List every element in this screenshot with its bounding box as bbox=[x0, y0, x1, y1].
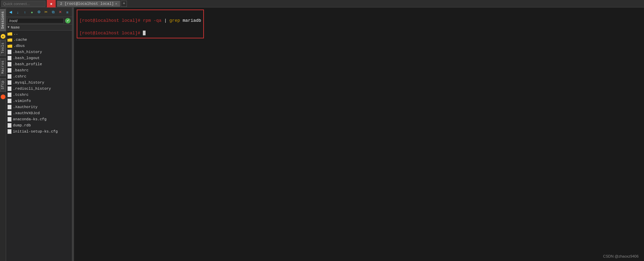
list-item[interactable]: .bash_profile bbox=[6, 61, 72, 67]
list-item[interactable]: .viminfo bbox=[6, 98, 72, 104]
file-name-label: .mysql_history bbox=[13, 81, 44, 85]
list-item[interactable]: .bash_history bbox=[6, 49, 72, 55]
prompt-2: [root@localhost local]# bbox=[79, 31, 140, 36]
folder-icon bbox=[7, 38, 12, 42]
list-item[interactable]: .bashrc bbox=[6, 67, 72, 73]
tab-terminal-label: 2 [root@localhost local] bbox=[60, 2, 114, 6]
file-name-label: .tcshrc bbox=[13, 93, 29, 97]
sftp-status-icon[interactable] bbox=[1, 94, 5, 99]
watermark: CSDN @zhaoxz9406 bbox=[603, 254, 639, 258]
list-item[interactable]: dump.rdb bbox=[6, 122, 72, 128]
cmd-pipe-sym: | bbox=[162, 18, 169, 23]
path-bar: /root/ ✓ bbox=[6, 17, 72, 24]
toolbar-copy-button[interactable]: ⧉ bbox=[50, 9, 56, 16]
folder-icon bbox=[7, 32, 12, 36]
terminal-area[interactable]: [root@localhost local]# rpm -qa | grep m… bbox=[74, 7, 644, 261]
name-column-header: Name bbox=[11, 25, 20, 30]
tab-bar: 2 [root@localhost local] ✕ + bbox=[56, 1, 644, 7]
file-name-label: .Xauthority bbox=[13, 105, 38, 109]
list-item[interactable]: .xauthVXDJcd bbox=[6, 110, 72, 116]
sidebar-tab-macros[interactable]: Macros bbox=[0, 58, 6, 76]
main-layout: Sessions ★ Tools Macros Sftp ◀ ↓ ↑ ● ⚙ ✂… bbox=[0, 7, 644, 261]
tab-add-button[interactable]: + bbox=[121, 1, 127, 7]
list-item[interactable]: .dbus bbox=[6, 43, 72, 49]
prompt-1: [root@localhost local]# bbox=[79, 18, 140, 23]
list-item[interactable]: .tcshrc bbox=[6, 92, 72, 98]
cursor-block bbox=[143, 31, 146, 35]
file-doc-icon bbox=[7, 129, 12, 134]
cmd-grep: grep bbox=[169, 18, 180, 23]
sidebar-tab-sessions[interactable]: Sessions bbox=[0, 9, 6, 31]
bookmark-icon[interactable]: ★ bbox=[1, 34, 5, 39]
title-bar-left bbox=[0, 1, 47, 7]
toolbar-back-button[interactable]: ◀ bbox=[7, 9, 14, 16]
terminal-output-box: [root@localhost local]# rpm -qa | grep m… bbox=[77, 10, 204, 38]
terminal-line-2: [root@localhost local]# bbox=[79, 24, 201, 36]
file-list: ...cache.dbus.bash_history.bash_logout.b… bbox=[6, 31, 72, 261]
path-input[interactable]: /root/ bbox=[7, 18, 64, 23]
list-item[interactable]: .bash_logout bbox=[6, 55, 72, 61]
list-item[interactable]: .mysql_history bbox=[6, 80, 72, 86]
file-doc-icon bbox=[7, 74, 12, 79]
cmd-rpm: rpm bbox=[143, 18, 151, 23]
file-name-label: .bash_profile bbox=[13, 62, 42, 66]
sidebar-tab-sftp[interactable]: Sftp bbox=[0, 78, 6, 92]
sidebar-icons: Sessions ★ Tools Macros Sftp bbox=[0, 7, 6, 261]
list-item[interactable]: .cache bbox=[6, 37, 72, 43]
file-doc-icon bbox=[7, 68, 12, 73]
toolbar-menu-button[interactable]: ≡ bbox=[64, 9, 71, 16]
terminal-line-1: [root@localhost local]# rpm -qa | grep m… bbox=[79, 12, 201, 24]
list-item[interactable]: anaconda-ks.cfg bbox=[6, 116, 72, 122]
app-logo: ★ bbox=[47, 0, 56, 7]
file-doc-icon bbox=[7, 62, 12, 67]
toolbar-delete-button[interactable]: ✕ bbox=[57, 9, 63, 16]
file-name-label: .. bbox=[14, 32, 18, 36]
cmd-space-4 bbox=[140, 31, 143, 36]
file-toolbar: ◀ ↓ ↑ ● ⚙ ✂ ⧉ ✕ ≡ bbox=[6, 7, 72, 17]
file-name-label: .bashrc bbox=[13, 68, 29, 72]
folder-icon bbox=[7, 44, 12, 48]
tab-close-icon[interactable]: ✕ bbox=[115, 2, 117, 6]
toolbar-connect-button[interactable]: ● bbox=[29, 9, 35, 16]
file-doc-icon bbox=[7, 92, 12, 97]
toolbar-download-button[interactable]: ↓ bbox=[15, 9, 21, 16]
title-bar: ★ 2 [root@localhost local] ✕ + bbox=[0, 0, 644, 7]
toolbar-cut-button[interactable]: ✂ bbox=[43, 9, 49, 16]
quick-connect-input[interactable] bbox=[1, 1, 45, 7]
file-name-label: .xauthVXDJcd bbox=[13, 111, 40, 115]
file-name-label: initial-setup-ks.cfg bbox=[13, 129, 58, 134]
terminal-panel[interactable]: [root@localhost local]# rpm -qa | grep m… bbox=[74, 7, 644, 261]
logo-icon: ★ bbox=[50, 1, 53, 6]
sort-arrow-icon: ▼ bbox=[7, 25, 10, 29]
file-name-label: anaconda-ks.cfg bbox=[13, 117, 46, 121]
file-doc-icon bbox=[7, 111, 12, 116]
toolbar-upload-button[interactable]: ↑ bbox=[22, 9, 28, 16]
list-item[interactable]: .Xauthority bbox=[6, 104, 72, 110]
file-name-label: .viminfo bbox=[13, 99, 31, 103]
path-go-button[interactable]: ✓ bbox=[65, 18, 71, 23]
file-doc-icon bbox=[7, 99, 12, 103]
file-name-label: .bash_history bbox=[13, 50, 42, 54]
list-item[interactable]: initial-setup-ks.cfg bbox=[6, 128, 72, 135]
file-doc-icon bbox=[7, 105, 12, 109]
file-list-header: ▼ Name bbox=[6, 24, 72, 31]
list-item[interactable]: .. bbox=[6, 31, 72, 37]
file-doc-icon bbox=[7, 117, 12, 122]
file-doc-icon bbox=[7, 50, 12, 54]
cmd-arg-mariadb: mariadb bbox=[183, 18, 201, 23]
file-name-label: dump.rdb bbox=[13, 123, 31, 127]
file-name-label: .cshrc bbox=[13, 74, 26, 79]
cmd-flag-qa: -qa bbox=[153, 18, 161, 23]
file-doc-icon bbox=[7, 56, 12, 60]
list-item[interactable]: .rediscli_history bbox=[6, 86, 72, 92]
file-name-label: .bash_logout bbox=[13, 56, 40, 60]
file-name-label: .dbus bbox=[14, 44, 25, 48]
list-item[interactable]: .cshrc bbox=[6, 73, 72, 80]
tab-terminal[interactable]: 2 [root@localhost local] ✕ bbox=[57, 1, 120, 7]
file-name-label: .rediscli_history bbox=[13, 87, 51, 91]
file-doc-icon bbox=[7, 86, 12, 91]
file-panel: ◀ ↓ ↑ ● ⚙ ✂ ⧉ ✕ ≡ /root/ ✓ ▼ Name ...cac… bbox=[6, 7, 72, 261]
file-doc-icon bbox=[7, 80, 12, 85]
toolbar-settings-button[interactable]: ⚙ bbox=[36, 9, 42, 16]
sidebar-tab-tools[interactable]: Tools bbox=[0, 40, 6, 56]
